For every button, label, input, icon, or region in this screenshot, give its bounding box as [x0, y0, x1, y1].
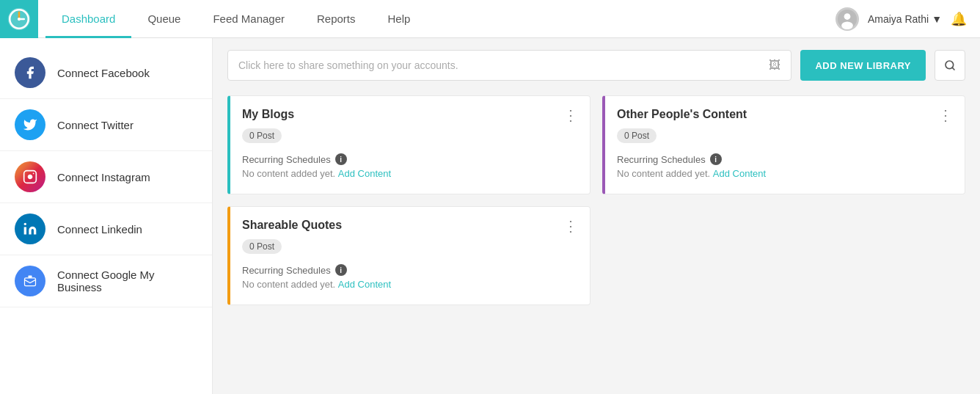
- facebook-icon: [15, 57, 45, 88]
- no-content-row: No content added yet. Add Content: [242, 168, 578, 179]
- card-header: Other People's Content ⋮: [617, 108, 953, 123]
- user-name[interactable]: Amaiya Rathi ▼: [868, 13, 942, 25]
- info-icon: i: [335, 264, 347, 276]
- card-header: My Blogs ⋮: [242, 108, 578, 123]
- sidebar-item-linkedin[interactable]: Connect Linkedin: [0, 203, 212, 255]
- share-input[interactable]: Click here to share something on your ac…: [227, 50, 791, 81]
- add-library-button[interactable]: ADD NEW LIBRARY: [800, 50, 926, 81]
- recurring-row: Recurring Schedules i: [617, 153, 953, 165]
- nav-feed-manager[interactable]: Feed Manager: [197, 1, 301, 38]
- search-icon: [944, 59, 956, 71]
- add-content-link[interactable]: Add Content: [713, 168, 766, 179]
- post-badge: 0 Post: [242, 239, 282, 254]
- top-nav: Dashboard Queue Feed Manager Reports Hel…: [0, 0, 980, 38]
- svg-rect-12: [29, 276, 32, 278]
- nav-right: Amaiya Rathi ▼ 🔔: [835, 7, 980, 31]
- post-badge: 0 Post: [617, 128, 657, 143]
- sidebar-twitter-label: Connect Twitter: [57, 119, 134, 131]
- card-header: Shareable Quotes ⋮: [242, 219, 578, 233]
- content-area: Click here to share something on your ac…: [213, 38, 980, 394]
- card-title: Other People's Content: [617, 108, 747, 121]
- svg-rect-11: [25, 278, 36, 286]
- user-icon: [837, 9, 858, 29]
- bell-icon[interactable]: 🔔: [951, 11, 967, 27]
- twitter-icon: [15, 109, 45, 140]
- svg-line-14: [952, 68, 954, 70]
- card-menu-button[interactable]: ⋮: [563, 219, 578, 233]
- add-content-link[interactable]: Add Content: [338, 279, 391, 290]
- recurring-row: Recurring Schedules i: [242, 264, 578, 276]
- search-button[interactable]: [935, 50, 965, 81]
- card-my-blogs: My Blogs ⋮ 0 Post Recurring Schedules i …: [227, 95, 590, 194]
- nav-links: Dashboard Queue Feed Manager Reports Hel…: [38, 0, 835, 37]
- card-title: Shareable Quotes: [242, 219, 342, 232]
- svg-point-7: [841, 21, 853, 29]
- no-content-row: No content added yet. Add Content: [242, 279, 578, 290]
- avatar: [835, 7, 859, 31]
- sidebar: Connect Facebook Connect Twitter Connect…: [0, 38, 213, 394]
- linkedin-icon: [15, 214, 45, 244]
- share-placeholder: Click here to share something on your ac…: [238, 59, 458, 71]
- nav-help[interactable]: Help: [372, 1, 427, 38]
- nav-dashboard[interactable]: Dashboard: [45, 1, 131, 38]
- svg-point-6: [844, 13, 851, 20]
- cards-grid: My Blogs ⋮ 0 Post Recurring Schedules i …: [227, 95, 965, 305]
- svg-point-10: [24, 223, 26, 225]
- sidebar-facebook-label: Connect Facebook: [57, 67, 150, 79]
- card-menu-button[interactable]: ⋮: [938, 108, 953, 123]
- main-layout: Connect Facebook Connect Twitter Connect…: [0, 38, 980, 394]
- recurring-row: Recurring Schedules i: [242, 153, 578, 165]
- sidebar-item-google[interactable]: Connect Google My Business: [0, 255, 212, 307]
- instagram-icon: [15, 161, 45, 192]
- logo-icon: [7, 7, 32, 32]
- nav-queue[interactable]: Queue: [131, 1, 197, 38]
- no-content-row: No content added yet. Add Content: [617, 168, 953, 179]
- info-icon: i: [335, 153, 347, 165]
- post-badge: 0 Post: [242, 128, 282, 143]
- card-menu-button[interactable]: ⋮: [563, 108, 578, 123]
- svg-point-4: [18, 17, 21, 20]
- sidebar-linkedin-label: Connect Linkedin: [57, 223, 142, 236]
- info-icon: i: [710, 153, 722, 165]
- sidebar-instagram-label: Connect Instagram: [57, 171, 150, 183]
- share-bar: Click here to share something on your ac…: [227, 50, 965, 81]
- logo[interactable]: [0, 0, 38, 38]
- sidebar-item-instagram[interactable]: Connect Instagram: [0, 151, 212, 203]
- nav-reports[interactable]: Reports: [301, 1, 372, 38]
- image-icon: 🖼: [769, 59, 780, 72]
- sidebar-item-twitter[interactable]: Connect Twitter: [0, 99, 212, 151]
- sidebar-item-facebook[interactable]: Connect Facebook: [0, 47, 212, 99]
- card-other-peoples-content: Other People's Content ⋮ 0 Post Recurrin…: [602, 95, 965, 194]
- add-content-link[interactable]: Add Content: [338, 168, 391, 179]
- card-title: My Blogs: [242, 108, 294, 121]
- card-shareable-quotes: Shareable Quotes ⋮ 0 Post Recurring Sche…: [227, 206, 590, 305]
- sidebar-google-label: Connect Google My Business: [57, 269, 197, 293]
- google-icon: [15, 266, 45, 296]
